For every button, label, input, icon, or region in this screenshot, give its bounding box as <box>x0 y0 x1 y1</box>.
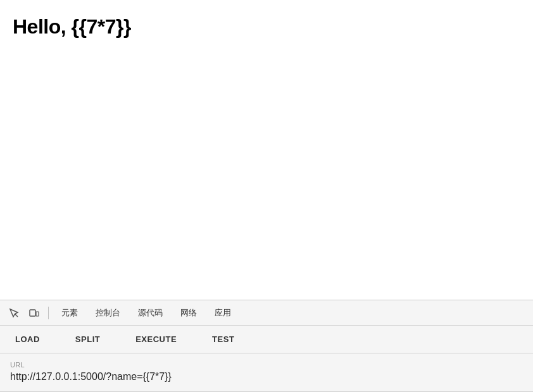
cursor-icon[interactable] <box>5 304 23 322</box>
device-toggle-icon[interactable] <box>25 304 43 322</box>
svg-rect-1 <box>30 310 35 316</box>
tab-sources[interactable]: 源代码 <box>130 300 170 326</box>
tab-network[interactable]: 网络 <box>173 300 204 326</box>
url-panel: URL http://127.0.0.1:5000/?name={{7*7}} <box>0 353 533 392</box>
tab-application[interactable]: 应用 <box>207 300 239 326</box>
toolbar-divider <box>48 307 49 319</box>
load-button[interactable]: LOAD <box>10 332 45 346</box>
devtools-panel: 元素 控制台 源代码 网络 应用 LOAD SPLIT EXECUTE TEST… <box>0 300 533 392</box>
tab-elements[interactable]: 元素 <box>54 300 85 326</box>
main-heading: Hello, {{7*7}} <box>13 15 520 39</box>
devtools-action-bar: LOAD SPLIT EXECUTE TEST <box>0 326 533 353</box>
svg-line-0 <box>15 314 18 317</box>
execute-button[interactable]: EXECUTE <box>130 332 182 346</box>
devtools-toolbar: 元素 控制台 源代码 网络 应用 <box>0 300 533 326</box>
url-value: http://127.0.0.1:5000/?name={{7*7}} <box>10 371 523 383</box>
test-button[interactable]: TEST <box>207 332 239 346</box>
split-button[interactable]: SPLIT <box>70 332 105 346</box>
svg-rect-2 <box>36 312 39 316</box>
url-label: URL <box>10 361 523 369</box>
tab-console[interactable]: 控制台 <box>88 300 128 326</box>
main-content: Hello, {{7*7}} <box>0 0 533 300</box>
